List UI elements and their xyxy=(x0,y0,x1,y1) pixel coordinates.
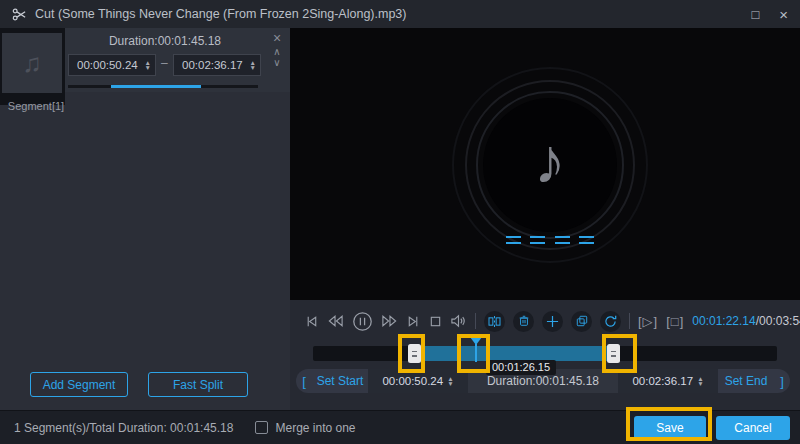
trim-start-handle[interactable] xyxy=(408,344,421,363)
cut-dialog-window: Cut (Some Things Never Change (From Froz… xyxy=(0,0,800,444)
stepper-down-icon[interactable]: ▼ xyxy=(145,65,151,71)
segments-summary: 1 Segment(s)/Total Duration: 00:01:45.18 xyxy=(14,421,233,435)
add-segment-button[interactable]: Add Segment xyxy=(30,372,128,397)
timeline-track[interactable] xyxy=(313,346,777,361)
audio-preview: ♪ xyxy=(290,28,800,300)
scissors-icon xyxy=(12,7,27,22)
segment-end-time-field[interactable]: 00:02:36.17 ▲ ▼ xyxy=(173,54,261,76)
volume-icon xyxy=(450,314,467,328)
trim-start-time-field[interactable]: 00:00:50.24 ▲ ▼ xyxy=(368,369,468,393)
total-time: 00:03:54.07 xyxy=(759,314,800,328)
segment-mini-progress-fill xyxy=(111,85,201,88)
trash-icon xyxy=(518,315,530,327)
titlebar: Cut (Some Things Never Change (From Froz… xyxy=(0,0,800,28)
transport-row: [▷] [□] 00:01:22.14/00:03:54.07 xyxy=(290,306,800,336)
close-bracket: ] xyxy=(774,369,790,393)
segment-panel: ♫ Segment[1] Duration:00:01:45.18 00:00:… xyxy=(0,28,290,410)
skip-back-icon xyxy=(304,314,319,329)
volume-button[interactable] xyxy=(450,314,467,328)
delete-segment-button[interactable] xyxy=(513,311,534,332)
play-segment-button[interactable]: [▷] xyxy=(638,314,658,329)
equalizer-bars xyxy=(506,236,594,244)
segment-thumbnail[interactable]: ♫ xyxy=(2,33,62,93)
trim-end-time-field[interactable]: 00:02:36.17 ▲ ▼ xyxy=(618,369,718,393)
trim-start-stepper[interactable]: ▲ ▼ xyxy=(447,376,453,387)
skip-back-button[interactable] xyxy=(304,314,319,329)
segment-end-time-stepper[interactable]: ▲ ▼ xyxy=(250,60,256,71)
stop-icon xyxy=(429,315,442,328)
segment-start-time-value: 00:00:50.24 xyxy=(77,59,141,71)
stepper-down-icon[interactable]: ▼ xyxy=(447,381,453,387)
footer-bar: 1 Segment(s)/Total Duration: 00:01:45.18… xyxy=(0,410,800,444)
trim-start-time-value: 00:00:50.24 xyxy=(382,375,443,387)
range-separator: – xyxy=(161,56,168,70)
copy-button[interactable] xyxy=(571,311,592,332)
segment-delete-icon[interactable]: × xyxy=(273,30,281,46)
divider xyxy=(475,313,476,329)
copy-icon xyxy=(576,315,588,327)
divider xyxy=(629,313,630,329)
split-button[interactable] xyxy=(484,311,505,332)
stepper-down-icon[interactable]: ▼ xyxy=(697,381,703,387)
save-button[interactable]: Save xyxy=(634,416,706,440)
fast-split-button[interactable]: Fast Split xyxy=(148,372,248,397)
controls-bar: [▷] [□] 00:01:22.14/00:03:54.07 00:01:26… xyxy=(290,300,800,410)
reset-icon xyxy=(604,315,617,328)
playhead-tooltip: 00:01:26.15 xyxy=(486,360,556,375)
add-button[interactable] xyxy=(542,311,563,332)
equalizer-bar xyxy=(555,236,570,244)
maximize-icon[interactable]: □ xyxy=(751,8,759,21)
merge-checkbox[interactable] xyxy=(255,421,268,434)
music-note-icon: ♪ xyxy=(500,124,600,198)
fast-forward-button[interactable] xyxy=(381,314,398,328)
segment-start-time-field[interactable]: 00:00:50.24 ▲ ▼ xyxy=(68,54,156,76)
playhead-marker[interactable] xyxy=(470,337,482,345)
current-time: 00:01:22.14 xyxy=(692,314,755,328)
segment-mini-progress xyxy=(68,85,258,88)
trim-end-handle[interactable] xyxy=(607,344,620,363)
segment-editor-card: Duration:00:01:45.18 00:00:50.24 ▲ ▼ – 0… xyxy=(65,28,290,92)
reset-button[interactable] xyxy=(600,311,621,332)
rewind-icon xyxy=(327,314,344,328)
set-end-button[interactable]: Set End xyxy=(718,369,774,393)
equalizer-bar xyxy=(506,236,521,244)
segment-end-time-value: 00:02:36.17 xyxy=(182,59,246,71)
skip-forward-button[interactable] xyxy=(406,314,421,329)
stop-segment-button[interactable]: [□] xyxy=(666,314,684,329)
segment-thumbnail-column: ♫ xyxy=(0,28,65,105)
merge-into-one-option[interactable]: Merge into one xyxy=(255,421,355,435)
plus-icon xyxy=(546,315,559,328)
stepper-down-icon[interactable]: ▼ xyxy=(250,65,256,71)
dialog-title: Cut (Some Things Never Change (From Froz… xyxy=(35,7,751,21)
merge-label: Merge into one xyxy=(275,421,355,435)
equalizer-bar xyxy=(579,236,594,244)
set-start-button[interactable]: Set Start xyxy=(312,369,368,393)
cancel-button[interactable]: Cancel xyxy=(716,416,790,440)
segment-label: Segment[1] xyxy=(0,100,72,112)
timeline-selected-segment[interactable] xyxy=(421,346,608,361)
open-bracket: [ xyxy=(296,369,312,393)
segment-move-down-icon[interactable]: ∨ xyxy=(273,57,280,68)
music-notes-icon: ♫ xyxy=(22,48,42,79)
segment-start-time-stepper[interactable]: ▲ ▼ xyxy=(145,60,151,71)
segment-move-up-icon[interactable]: ∧ xyxy=(273,46,280,57)
skip-forward-icon xyxy=(406,314,421,329)
pause-icon xyxy=(352,311,373,332)
rewind-button[interactable] xyxy=(327,314,344,328)
stop-button[interactable] xyxy=(429,315,442,328)
pause-button[interactable] xyxy=(352,311,373,332)
split-icon xyxy=(488,316,501,327)
fast-forward-icon xyxy=(381,314,398,328)
playhead-line xyxy=(475,344,477,362)
close-icon[interactable]: × xyxy=(779,7,788,22)
segment-duration-label: Duration:00:01:45.18 xyxy=(65,34,265,48)
trim-end-stepper[interactable]: ▲ ▼ xyxy=(697,376,703,387)
trim-end-time-value: 00:02:36.17 xyxy=(632,375,693,387)
time-display: 00:01:22.14/00:03:54.07 xyxy=(692,314,800,328)
equalizer-bar xyxy=(530,236,545,244)
